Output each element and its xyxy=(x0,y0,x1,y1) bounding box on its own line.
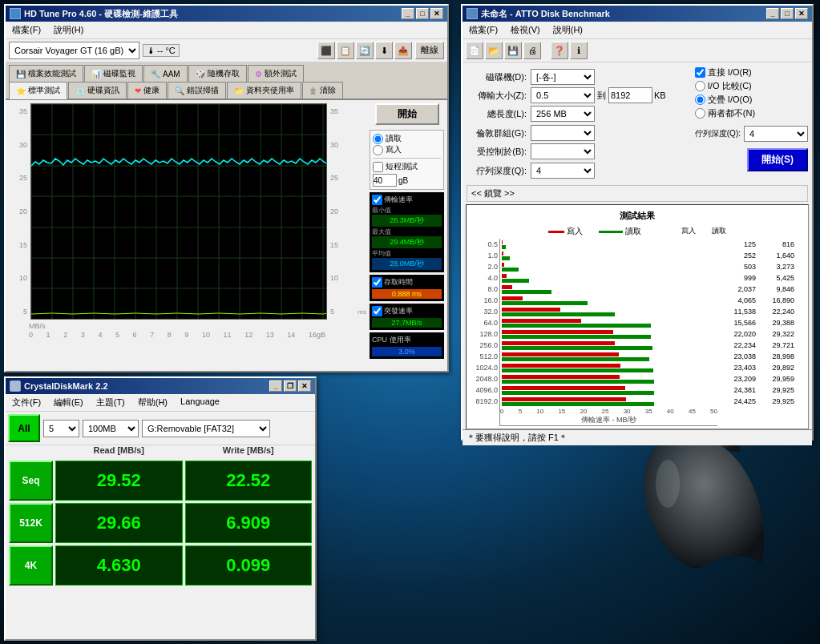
atto-read-color xyxy=(599,231,623,233)
atto-write-val: 23,209 xyxy=(721,375,756,383)
crystal-restore-btn[interactable]: ❐ xyxy=(284,380,297,392)
atto-minimize-btn[interactable]: _ xyxy=(766,8,779,19)
atto-read-val: 28,998 xyxy=(759,352,794,360)
atto-new-btn[interactable]: 📄 xyxy=(466,42,483,59)
atto-menu-file[interactable]: 檔案(F) xyxy=(466,23,501,37)
crystal-menu-lang[interactable]: Language xyxy=(177,396,223,409)
atto-drive-select[interactable]: [-各-] xyxy=(531,69,595,85)
hdtune-start-btn[interactable]: 開始 xyxy=(375,103,439,125)
atto-queue-depth-select[interactable]: 4 xyxy=(744,126,808,142)
hdtune-access-check[interactable]: 存取時間 xyxy=(372,277,442,288)
atto-maximize-btn[interactable]: □ xyxy=(781,8,794,19)
atto-info-btn[interactable]: ℹ xyxy=(570,42,588,59)
hdtune-access-checkbox[interactable] xyxy=(372,277,382,288)
hdtune-minimize-btn[interactable]: _ xyxy=(402,8,414,19)
hdtune-transfer-checkbox[interactable] xyxy=(372,195,382,205)
atto-save-btn[interactable]: 💾 xyxy=(504,42,522,59)
atto-tb-buttons: _ □ ✕ xyxy=(766,8,808,19)
atto-bar-row xyxy=(500,396,717,407)
atto-queue-select[interactable]: 4 xyxy=(531,163,595,179)
atto-controller-select[interactable] xyxy=(531,143,595,159)
hdtune-btn2[interactable]: 📋 xyxy=(337,42,354,59)
hdtune-close-btn[interactable]: ✕ xyxy=(430,8,443,19)
atto-menu-view[interactable]: 檢視(V) xyxy=(507,23,543,37)
atto-size-to-input[interactable] xyxy=(608,87,652,103)
atto-read-val: 1,640 xyxy=(759,252,794,260)
hdtune-btn5[interactable]: 📤 xyxy=(394,42,412,59)
tab-standard[interactable]: ⭐標準測試 xyxy=(9,82,67,99)
atto-print-btn[interactable]: 🖨 xyxy=(523,42,541,59)
crystal-toolbar: All 5 100MB G:Removable [FAT32] xyxy=(6,412,315,445)
tab-random[interactable]: 🎲隨機存取 xyxy=(188,65,247,82)
atto-size-from-select[interactable]: 0.5 xyxy=(531,87,595,103)
hdtune-write-option[interactable]: 寫入 xyxy=(373,144,441,155)
crystal-all-btn[interactable]: All xyxy=(8,414,40,442)
atto-read-label: 讀取 xyxy=(625,226,641,237)
hdtune-drive-select[interactable]: Corsair Voyager GT (16 gB) xyxy=(9,42,139,59)
hdtune-btn3[interactable]: 🔄 xyxy=(356,42,374,59)
crystal-menu-theme[interactable]: 主題(T) xyxy=(93,396,128,409)
atto-y-label: 16.0 xyxy=(469,295,499,306)
crystal-menu-edit[interactable]: 編輯(E) xyxy=(50,396,87,409)
atto-neither[interactable]: 兩者都不(N) xyxy=(695,107,808,119)
tab-disk-info[interactable]: 💿硬碟資訊 xyxy=(68,82,127,99)
crystal-menu-help[interactable]: 帮助(H) xyxy=(135,396,171,409)
atto-form: 磁碟機(D): [-各-] 傳輸大小(Z): 0.5 到 KB 總長度(L): … xyxy=(463,62,812,185)
hdtune-burst-check[interactable]: 突發速率 xyxy=(372,306,442,316)
hdtune-burst-checkbox[interactable] xyxy=(372,306,382,316)
atto-val-row: 22,23429,721 xyxy=(717,340,806,351)
atto-open-btn[interactable]: 📂 xyxy=(485,42,503,59)
atto-io-compare[interactable]: I/O 比較(C) xyxy=(695,80,808,92)
atto-write-val: 24,425 xyxy=(721,397,756,405)
hdtune-menu-help[interactable]: 說明(H) xyxy=(50,23,87,37)
tab-aam[interactable]: 🔧AAM xyxy=(143,65,188,82)
atto-help-btn[interactable]: ❓ xyxy=(551,42,568,59)
atto-bar-row xyxy=(500,239,717,250)
atto-overlap-select[interactable] xyxy=(531,125,595,141)
atto-write-bar xyxy=(502,397,626,401)
hdtune-read-radio[interactable] xyxy=(373,134,383,144)
hdtune-mb-label: MB/s xyxy=(9,321,366,330)
atto-y-label: 128.0 xyxy=(469,328,499,340)
atto-cross-io[interactable]: 交疊 I/O(O) xyxy=(695,94,808,106)
hdtune-short-test[interactable]: 短程測試 xyxy=(373,161,441,172)
atto-direct-io-check[interactable] xyxy=(695,67,705,78)
tab-error[interactable]: 🔍錯誤掃描 xyxy=(168,82,226,99)
hdtune-btn1[interactable]: ⬛ xyxy=(317,42,335,59)
hdtune-menu-file[interactable]: 檔案(F) xyxy=(9,23,44,37)
hdtune-write-radio[interactable] xyxy=(373,145,383,155)
crystal-runs-select[interactable]: 5 xyxy=(43,420,79,437)
crystal-drive-select[interactable]: G:Removable [FAT32] xyxy=(142,420,270,437)
atto-io-compare-radio[interactable] xyxy=(695,81,705,91)
hdtune-maximize-btn[interactable]: □ xyxy=(416,8,429,19)
atto-direct-io[interactable]: 直接 I/O(R) xyxy=(695,66,808,78)
crystal-menu-file[interactable]: 文件(F) xyxy=(9,396,44,409)
hdtune-tb-buttons: _ □ ✕ xyxy=(402,8,443,19)
atto-start-btn[interactable]: 開始(S) xyxy=(747,148,808,171)
tab-extra[interactable]: ⚙額外測試 xyxy=(248,65,304,82)
atto-menu-help[interactable]: 說明(H) xyxy=(550,23,586,37)
tab-erase[interactable]: 🗑清除 xyxy=(302,82,343,99)
tab-file-perf[interactable]: 💾檔案效能測試 xyxy=(9,65,83,82)
hdtune-size-input[interactable] xyxy=(373,174,397,187)
hdtune-btn4[interactable]: ⬇ xyxy=(375,42,393,59)
tab-health[interactable]: ❤健康 xyxy=(127,82,167,99)
hdtune-disconnect-btn[interactable]: 離線 xyxy=(415,42,444,59)
tab-folder[interactable]: 📁資料夾使用率 xyxy=(227,82,301,99)
atto-bar-row xyxy=(500,284,717,295)
atto-cross-io-radio[interactable] xyxy=(695,95,705,105)
crystal-minimize-btn[interactable]: _ xyxy=(269,380,282,392)
atto-neither-radio[interactable] xyxy=(695,108,705,119)
atto-y-label: 8192.0 xyxy=(469,396,499,407)
atto-close-btn[interactable]: ✕ xyxy=(795,8,808,19)
atto-title-bar: 未命名 - ATTO Disk Benchmark _ □ ✕ xyxy=(463,6,812,22)
hdtune-short-checkbox[interactable] xyxy=(373,162,383,172)
atto-y-label: 4.0 xyxy=(469,272,499,284)
crystal-close-btn[interactable]: ✕ xyxy=(298,380,311,392)
atto-bar-row xyxy=(500,351,717,362)
crystal-size-select[interactable]: 100MB xyxy=(83,420,139,437)
hdtune-read-option[interactable]: 讀取 xyxy=(373,133,441,144)
atto-length-select[interactable]: 256 MB xyxy=(531,106,595,122)
hdtune-transfer-check[interactable]: 傳輸速率 xyxy=(372,195,442,205)
tab-disk-monitor[interactable]: 📊磁碟監視 xyxy=(84,65,143,82)
